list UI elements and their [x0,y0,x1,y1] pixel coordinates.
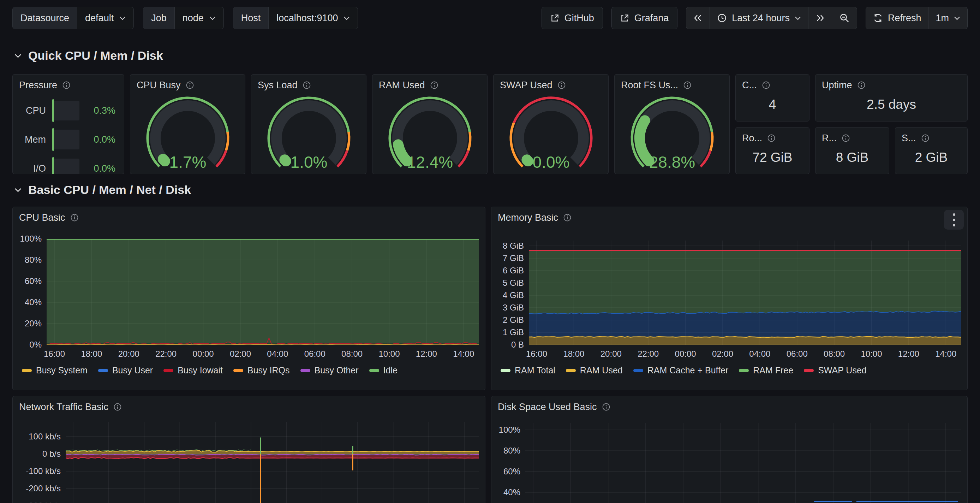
pressure-bar-gauges: CPU0.3%Mem0.0%I/O0.0% [13,93,124,174]
disk-space-plot[interactable] [525,423,961,503]
y-axis-tick-label: 40% [494,487,520,497]
variable-job-value: node [183,13,204,24]
y-axis-tick-label: 20% [16,319,41,329]
github-link-button[interactable]: GitHub [541,7,603,29]
pressure-row: I/O0.0% [21,159,115,174]
legend-label: RAM Free [753,365,793,375]
legend-item[interactable]: RAM Total [501,365,555,375]
svg-text:1.0%: 1.0% [290,153,327,171]
panel-title[interactable]: Sys Load [258,80,298,91]
panel-title[interactable]: R... [822,133,837,144]
legend-item[interactable]: Busy System [22,365,88,375]
y-axis-tick-label: -300 kb/s [16,501,61,503]
panel-title[interactable]: Pressure [19,80,57,91]
grafana-link-label: Grafana [635,13,669,24]
cpu-basic-plot[interactable] [46,239,479,345]
memory-basic-chart[interactable]: 0 B1 GiB2 GiB3 GiB4 GiB5 GiB6 GiB7 GiB8 … [492,207,967,390]
pressure-row-label: I/O [21,163,46,174]
legend-item[interactable]: Idle [369,365,398,375]
variable-datasource-label: Datasource [13,7,77,29]
x-axis-tick-label: 04:00 [262,349,293,359]
panel-title[interactable]: CPU Busy [137,80,181,91]
y-axis-tick-label: 1 GiB [494,327,524,337]
x-axis-tick-label: 08:00 [336,349,368,359]
panel-title[interactable]: C... [742,80,757,91]
info-icon[interactable] [921,134,929,142]
info-icon[interactable] [302,81,311,89]
legend-item[interactable]: Busy Other [301,365,359,375]
legend-color-swatch [164,369,173,372]
x-axis-tick-label: 20:00 [595,349,627,359]
panel-cpu-busy: CPU Busy1.7% [130,74,245,174]
disk-space-chart[interactable]: 100%80%60%40% [492,396,967,503]
legend-item[interactable]: Busy Iowait [164,365,223,375]
info-icon[interactable] [767,134,776,142]
legend-item[interactable]: RAM Used [566,365,623,375]
panel-title[interactable]: Root FS Us... [621,80,678,91]
panel-cpu-cores: C...4 [735,74,810,121]
info-icon[interactable] [430,81,439,89]
section-quick-cpu-mem-disk[interactable]: Quick CPU / Mem / Disk [14,49,163,62]
svg-text:1.7%: 1.7% [169,153,206,171]
variable-job-label: Job [143,7,175,29]
zoom-out-time-button[interactable] [832,7,857,29]
panel-uptime: Uptime2.5 days [815,74,968,121]
time-range-picker-button[interactable]: Last 24 hours [710,7,808,29]
legend-color-swatch [233,369,243,372]
legend-item[interactable]: RAM Cache + Buffer [633,365,729,375]
time-shift-forward-button[interactable] [808,7,832,29]
info-icon[interactable] [857,81,865,89]
y-axis-tick-label: 0% [16,340,41,350]
y-axis-tick-label: 100% [16,234,41,244]
x-axis-tick-label: 04:00 [744,349,776,359]
y-axis-tick-label: 100 kb/s [16,432,61,442]
variable-job-select[interactable]: node [175,7,223,29]
chevron-down-icon [954,16,960,20]
x-axis-tick-label: 10:00 [856,349,888,359]
legend-item[interactable]: Busy User [98,365,153,375]
grafana-link-button[interactable]: Grafana [611,7,678,29]
legend-color-swatch [301,369,310,372]
panel-title[interactable]: RAM Used [379,80,425,91]
panel-rootfs-total: Ro...72 GiB [735,127,810,174]
variable-datasource-value: default [85,13,114,24]
refresh-button[interactable]: Refresh [866,7,929,29]
x-axis-tick-label: 18:00 [76,349,107,359]
variable-datasource-select[interactable]: default [77,7,134,29]
info-icon[interactable] [762,81,770,89]
chevron-down-icon [344,16,350,20]
info-icon[interactable] [557,81,566,89]
cpu-basic-chart[interactable]: 0%20%40%60%80%100%16:0018:0020:0022:0000… [13,207,485,390]
section-basic-cpu-mem-net-disk[interactable]: Basic CPU / Mem / Net / Disk [14,183,191,197]
panel-cpu-basic: CPU Basic 0%20%40%60%80%100%16:0018:0020… [12,207,485,390]
time-shift-back-button[interactable] [686,7,710,29]
svg-text:28.8%: 28.8% [649,153,695,171]
variable-job: Job node [143,7,224,29]
section-title: Basic CPU / Mem / Net / Disk [28,183,191,197]
panel-ram-total: R...8 GiB [815,127,889,174]
variable-host-select[interactable]: localhost:9100 [269,7,358,29]
legend-label: Busy Iowait [178,365,223,375]
network-traffic-chart[interactable]: 100 kb/s0 b/s-100 kb/s-200 kb/s-300 kb/s [13,396,485,503]
pressure-row: CPU0.3% [21,101,115,120]
refresh-interval-select[interactable]: 1m [928,7,967,29]
refresh-label: Refresh [888,13,921,24]
info-icon[interactable] [683,81,692,89]
panel-title[interactable]: Ro... [742,133,762,144]
info-icon[interactable] [186,81,194,89]
memory-basic-plot[interactable] [529,241,961,345]
network-traffic-plot[interactable] [66,422,479,503]
info-icon[interactable] [62,81,71,89]
x-axis-tick-label: 14:00 [448,349,479,359]
y-axis-tick-label: 0 B [494,340,524,350]
chart-legend: RAM TotalRAM UsedRAM Cache + BufferRAM F… [501,365,960,375]
panel-title[interactable]: SWAP Used [500,80,552,91]
legend-label: RAM Total [515,365,555,375]
panel-title[interactable]: S... [902,133,916,144]
legend-item[interactable]: RAM Free [739,365,793,375]
legend-item[interactable]: Busy IRQs [233,365,290,375]
panel-title[interactable]: Uptime [822,80,852,91]
legend-item[interactable]: SWAP Used [804,365,867,375]
gauge: 0.0% [493,93,608,172]
info-icon[interactable] [842,134,850,142]
